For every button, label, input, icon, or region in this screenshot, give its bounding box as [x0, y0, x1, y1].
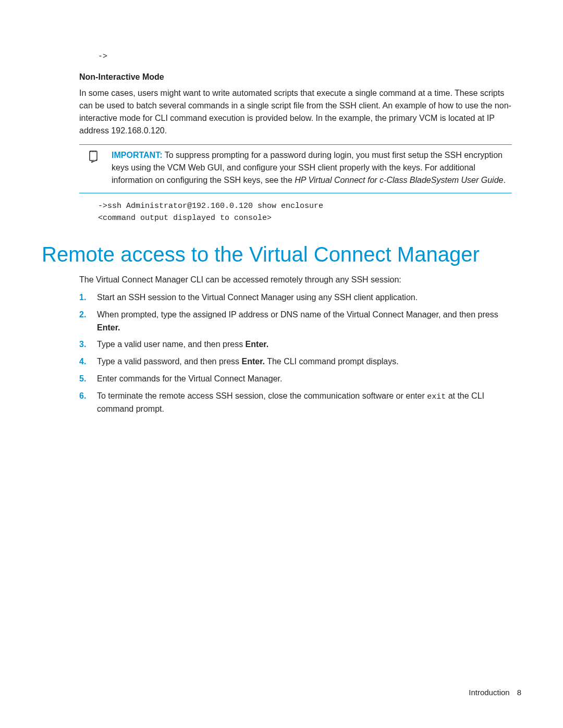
step-text-pre: Type a valid user name, and then press [97, 340, 246, 349]
page-footer: Introduction8 [469, 688, 521, 697]
document-page: -> Non-Interactive Mode In some cases, u… [0, 0, 563, 728]
step-text: Enter commands for the Virtual Connect M… [97, 374, 282, 383]
step-text-pre: To terminate the remote access SSH sessi… [97, 391, 427, 400]
step-item: When prompted, type the assigned IP addr… [79, 309, 512, 335]
code-example: ->ssh Administrator@192.160.0.120 show e… [98, 201, 512, 224]
footer-section-name: Introduction [469, 688, 509, 697]
step-text-bold: Enter. [242, 357, 265, 366]
important-callout: IMPORTANT: To suppress prompting for a p… [79, 144, 512, 193]
step-text-post: The CLI command prompt displays. [265, 357, 399, 366]
step-item: Start an SSH session to the Virtual Conn… [79, 291, 512, 304]
paragraph-intro: In some cases, users might want to write… [79, 87, 512, 137]
step-text-mono: exit [427, 392, 446, 401]
callout-label: IMPORTANT: [112, 151, 162, 159]
step-item: To terminate the remote access SSH sessi… [79, 390, 512, 416]
code-line-2: <command output displayed to console> [98, 214, 272, 223]
callout-text-italic: HP Virtual Connect for c-Class BladeSyst… [295, 176, 503, 184]
code-line-1: ->ssh Administrator@192.160.0.120 show e… [98, 202, 323, 211]
footer-page-number: 8 [517, 688, 521, 697]
subheading-non-interactive: Non-Interactive Mode [79, 72, 512, 82]
step-text-bold: Enter. [97, 323, 120, 332]
section-intro: The Virtual Connect Manager CLI can be a… [79, 274, 512, 286]
callout-text-end: . [503, 176, 505, 184]
step-text: Start an SSH session to the Virtual Conn… [97, 293, 418, 302]
steps-list: Start an SSH session to the Virtual Conn… [79, 291, 512, 416]
step-item: Enter commands for the Virtual Connect M… [79, 373, 512, 386]
section-title-remote-access: Remote access to the Virtual Connect Man… [42, 243, 521, 266]
step-text-pre: When prompted, type the assigned IP addr… [97, 310, 498, 319]
svg-rect-0 [90, 151, 97, 161]
cli-prompt: -> [98, 52, 521, 61]
step-item: Type a valid password, and then press En… [79, 355, 512, 368]
step-item: Type a valid user name, and then press E… [79, 338, 512, 351]
note-icon [79, 149, 112, 187]
callout-body: IMPORTANT: To suppress prompting for a p… [112, 149, 512, 187]
step-text-pre: Type a valid password, and then press [97, 357, 242, 366]
step-text-bold: Enter. [246, 340, 268, 349]
